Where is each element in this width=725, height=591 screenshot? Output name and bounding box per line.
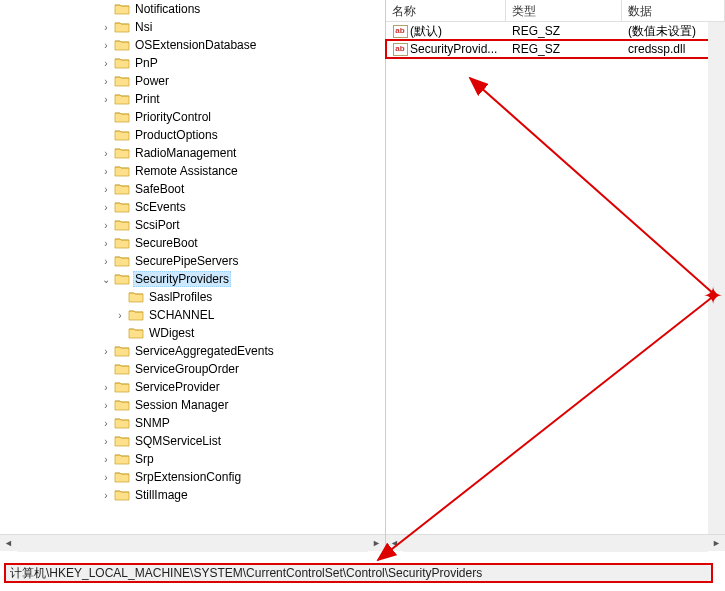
tree-item[interactable]: ProductOptions [0, 126, 385, 144]
registry-values-panel: 名称 类型 数据 ab(默认)REG_SZ(数值未设置)abSecurityPr… [386, 0, 725, 551]
folder-icon [114, 470, 130, 484]
tree-item[interactable]: ›Session Manager [0, 396, 385, 414]
chevron-right-icon[interactable]: › [98, 37, 114, 53]
tree-item[interactable]: ›SCHANNEL [0, 306, 385, 324]
tree-item[interactable]: ›SecurePipeServers [0, 252, 385, 270]
tree-horizontal-scrollbar[interactable]: ◄ ► [0, 534, 385, 551]
folder-icon [128, 290, 144, 304]
string-value-icon: ab [392, 24, 408, 38]
folder-icon [114, 416, 130, 430]
chevron-right-icon[interactable]: › [98, 199, 114, 215]
status-bar: 计算机\HKEY_LOCAL_MACHINE\SYSTEM\CurrentCon… [4, 563, 713, 583]
chevron-right-icon[interactable]: › [98, 55, 114, 71]
values-list[interactable]: ab(默认)REG_SZ(数值未设置)abSecurityProvid...RE… [386, 22, 725, 534]
tree-item-label: Print [133, 92, 162, 106]
chevron-right-icon[interactable]: › [98, 451, 114, 467]
tree-item[interactable]: ›SafeBoot [0, 180, 385, 198]
scroll-track[interactable] [403, 535, 708, 552]
tree-item-label: Srp [133, 452, 156, 466]
chevron-down-icon[interactable]: ⌄ [98, 271, 114, 287]
chevron-right-icon[interactable]: › [98, 379, 114, 395]
tree-item-label: WDigest [147, 326, 196, 340]
chevron-right-icon[interactable]: › [98, 487, 114, 503]
folder-icon [114, 20, 130, 34]
chevron-right-icon[interactable]: › [98, 415, 114, 431]
values-header: 名称 类型 数据 [386, 0, 725, 22]
tree-scroll-area[interactable]: Notifications›Nsi›OSExtensionDatabase›Pn… [0, 0, 385, 534]
tree-item[interactable]: PriorityControl [0, 108, 385, 126]
folder-icon [114, 200, 130, 214]
column-data[interactable]: 数据 [622, 0, 725, 21]
folder-icon [114, 218, 130, 232]
tree-item[interactable]: ›Srp [0, 450, 385, 468]
tree-item[interactable]: ›SrpExtensionConfig [0, 468, 385, 486]
tree-item-label: ServiceAggregatedEvents [133, 344, 276, 358]
column-name[interactable]: 名称 [386, 0, 506, 21]
tree-item[interactable]: ›RadioManagement [0, 144, 385, 162]
tree-item[interactable]: ›SNMP [0, 414, 385, 432]
tree-item[interactable]: Notifications [0, 0, 385, 18]
scroll-right-icon[interactable]: ► [368, 535, 385, 552]
chevron-right-icon[interactable]: › [98, 19, 114, 35]
tree-item[interactable]: ⌄SecurityProviders [0, 270, 385, 288]
chevron-right-icon[interactable]: › [98, 145, 114, 161]
folder-icon [114, 236, 130, 250]
tree-item-label: RadioManagement [133, 146, 238, 160]
tree-item[interactable]: ›Nsi [0, 18, 385, 36]
tree-item[interactable]: ›OSExtensionDatabase [0, 36, 385, 54]
chevron-right-icon[interactable]: › [98, 433, 114, 449]
scroll-left-icon[interactable]: ◄ [386, 535, 403, 552]
tree-item[interactable]: ›PnP [0, 54, 385, 72]
tree-item-label: SecurityProviders [133, 271, 231, 287]
value-type: REG_SZ [506, 41, 622, 57]
values-vertical-scrollbar[interactable] [708, 22, 725, 534]
scroll-track[interactable] [17, 535, 368, 552]
tree-item[interactable]: SaslProfiles [0, 288, 385, 306]
tree-item[interactable]: ›ScsiPort [0, 216, 385, 234]
value-type: REG_SZ [506, 23, 622, 39]
tree-item-label: ServiceGroupOrder [133, 362, 241, 376]
tree-item[interactable]: ›ServiceAggregatedEvents [0, 342, 385, 360]
folder-icon [114, 272, 130, 286]
values-horizontal-scrollbar[interactable]: ◄ ► [386, 534, 725, 551]
chevron-right-icon[interactable]: › [98, 343, 114, 359]
tree-item-label: ScEvents [133, 200, 188, 214]
chevron-right-icon[interactable]: › [98, 181, 114, 197]
chevron-right-icon[interactable]: › [98, 469, 114, 485]
value-row[interactable]: abSecurityProvid...REG_SZcredssp.dll [386, 40, 725, 58]
tree-item[interactable]: ›Print [0, 90, 385, 108]
value-row[interactable]: ab(默认)REG_SZ(数值未设置) [386, 22, 725, 40]
tree-item[interactable]: ›Remote Assistance [0, 162, 385, 180]
scroll-right-icon[interactable]: ► [708, 535, 725, 552]
tree-item[interactable]: ›ServiceProvider [0, 378, 385, 396]
chevron-right-icon[interactable]: › [98, 235, 114, 251]
folder-icon [114, 164, 130, 178]
tree-item-label: SQMServiceList [133, 434, 223, 448]
scroll-left-icon[interactable]: ◄ [0, 535, 17, 552]
tree-item-label: SecureBoot [133, 236, 200, 250]
chevron-right-icon[interactable]: › [98, 91, 114, 107]
tree-item-label: SNMP [133, 416, 172, 430]
tree-item-label: Session Manager [133, 398, 230, 412]
tree-item-label: StillImage [133, 488, 190, 502]
string-value-icon: ab [392, 42, 408, 56]
chevron-right-icon[interactable]: › [98, 73, 114, 89]
tree-item[interactable]: ›SecureBoot [0, 234, 385, 252]
tree-item[interactable]: ›StillImage [0, 486, 385, 504]
tree-item-label: ProductOptions [133, 128, 220, 142]
tree-item-label: SCHANNEL [147, 308, 216, 322]
chevron-right-icon[interactable]: › [98, 217, 114, 233]
tree-item-label: SaslProfiles [147, 290, 214, 304]
tree-item[interactable]: WDigest [0, 324, 385, 342]
registry-path: 计算机\HKEY_LOCAL_MACHINE\SYSTEM\CurrentCon… [10, 565, 482, 582]
chevron-right-icon[interactable]: › [98, 397, 114, 413]
folder-icon [114, 362, 130, 376]
chevron-right-icon[interactable]: › [98, 163, 114, 179]
tree-item[interactable]: ›Power [0, 72, 385, 90]
chevron-right-icon[interactable]: › [98, 253, 114, 269]
tree-item[interactable]: ›ScEvents [0, 198, 385, 216]
tree-item[interactable]: ›SQMServiceList [0, 432, 385, 450]
column-type[interactable]: 类型 [506, 0, 622, 21]
chevron-right-icon[interactable]: › [112, 307, 128, 323]
tree-item[interactable]: ServiceGroupOrder [0, 360, 385, 378]
